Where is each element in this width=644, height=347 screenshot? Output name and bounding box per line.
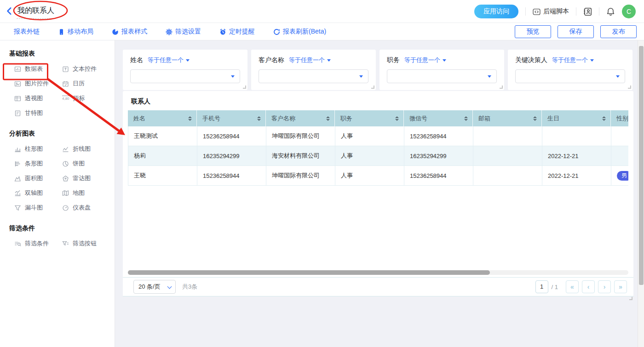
last-page-button[interactable]: » <box>614 280 627 293</box>
sidebar-item-filter-condition[interactable]: 筛选条件 <box>14 239 62 248</box>
column-header-gender[interactable]: 性别 <box>611 110 628 126</box>
cell-gender <box>611 146 628 166</box>
indicator-icon: 4,80 <box>62 96 69 101</box>
toolbar-item-mobile-layout[interactable]: 移动布局 <box>58 28 93 36</box>
sidebar-item-label: 双轴图 <box>25 189 43 197</box>
cell-phone: 16235294299 <box>197 146 266 166</box>
contacts-icon <box>583 7 592 16</box>
filter-value-dropdown[interactable] <box>515 69 625 83</box>
sidebar-item-image-widget[interactable]: 图片控件 <box>14 79 62 88</box>
back-button[interactable] <box>6 7 15 16</box>
sidebar-item-funnel-chart[interactable]: 漏斗图 <box>14 203 62 212</box>
backend-script-label: 后端脚本 <box>543 7 569 16</box>
sidebar-item-filter-button[interactable]: 筛选按钮 <box>62 239 115 248</box>
pie-style-icon <box>112 28 119 35</box>
gear-icon <box>166 28 172 35</box>
next-page-button[interactable]: › <box>598 280 611 293</box>
funnel-icon <box>14 205 21 211</box>
sidebar-item-dual-axis-chart[interactable]: 双轴图 <box>14 188 62 198</box>
vertical-scrollbar-thumb[interactable] <box>639 46 644 285</box>
toolbar-item-external-link[interactable]: 报表外链 <box>14 28 40 36</box>
sidebar-item-data-table[interactable]: 数据表 <box>14 64 62 74</box>
cell-email <box>473 146 542 166</box>
filter-operator-selector[interactable]: 等于任意一个 <box>289 56 331 64</box>
filter-operator-selector[interactable]: 等于任意一个 <box>404 56 446 64</box>
gender-badge: 男 <box>617 171 628 181</box>
sidebar-item-label: 漏斗图 <box>25 204 43 212</box>
prev-page-button[interactable]: ‹ <box>582 280 595 293</box>
sidebar-item-label: 仪表盘 <box>73 204 91 212</box>
column-header-phone[interactable]: 手机号 <box>197 110 266 126</box>
sidebar-item-column-chart[interactable]: 柱形图 <box>14 144 62 154</box>
resize-handle[interactable] <box>243 85 246 89</box>
publish-button[interactable]: 发布 <box>600 25 637 38</box>
column-label: 生日 <box>547 114 559 123</box>
cell-phone: 15236258944 <box>197 166 266 186</box>
filter-widget-name[interactable]: 姓名 等于任意一个 <box>123 50 247 90</box>
avatar[interactable]: C <box>622 5 636 18</box>
page-size-select[interactable]: 20 条/页 <box>133 280 176 294</box>
report-canvas: 姓名 等于任意一个 客户名称 等于任意一个 职务 等于任意一个 关键决 <box>115 40 644 347</box>
column-header-name[interactable]: 姓名 <box>128 110 197 126</box>
cell-birthday: 2022-12-21 <box>542 166 611 186</box>
filter-widget-position[interactable]: 职务 等于任意一个 <box>380 50 504 90</box>
toolbar-item-label: 报表样式 <box>121 28 147 36</box>
area-chart-icon <box>14 175 21 182</box>
map-icon <box>62 190 69 197</box>
data-table-icon <box>14 66 21 73</box>
preview-button[interactable]: 预览 <box>515 25 551 38</box>
resize-handle[interactable] <box>628 85 631 89</box>
resize-handle[interactable] <box>371 85 374 89</box>
contacts-button[interactable] <box>583 7 592 16</box>
caret-down-icon <box>443 59 446 62</box>
column-header-birthday[interactable]: 生日 <box>542 110 611 126</box>
first-page-button[interactable]: « <box>566 280 579 293</box>
sidebar-item-calendar[interactable]: 日历 <box>62 79 115 88</box>
filter-value-dropdown[interactable] <box>130 69 240 83</box>
table-row: 王晓 15236258944 坤曜国际有限公司 人事 15236258944 2… <box>128 166 628 186</box>
cell-position: 人事 <box>335 126 404 146</box>
sidebar-item-map[interactable]: 地图 <box>62 188 115 198</box>
resize-handle[interactable] <box>500 85 503 89</box>
toolbar-item-report-refresh[interactable]: 报表刷新(Beta) <box>273 28 326 36</box>
current-page-input[interactable]: 1 <box>535 280 548 293</box>
horizontal-scrollbar-thumb[interactable] <box>128 270 490 275</box>
save-button[interactable]: 保存 <box>558 25 594 38</box>
filter-button-icon <box>62 240 69 247</box>
filter-operator-selector[interactable]: 等于任意一个 <box>552 56 594 64</box>
sidebar-item-text-widget[interactable]: 文本控件 <box>62 64 115 74</box>
column-header-email[interactable]: 邮箱 <box>473 110 542 126</box>
backend-script-button[interactable]: 后端脚本 <box>533 7 569 16</box>
resize-handle[interactable] <box>629 297 632 300</box>
toolbar-item-filter-settings[interactable]: 筛选设置 <box>166 28 201 36</box>
filter-widget-customer[interactable]: 客户名称 等于任意一个 <box>251 50 376 90</box>
sidebar-item-pie-chart[interactable]: 饼图 <box>62 159 115 168</box>
sidebar-item-bar-chart[interactable]: 条形图 <box>14 159 62 168</box>
sidebar-item-radar-chart[interactable]: 雷达图 <box>62 174 115 183</box>
sidebar-item-gauge[interactable]: 仪表盘 <box>62 203 115 212</box>
app-access-button[interactable]: 应用访问 <box>474 5 518 18</box>
page-title[interactable]: 我的联系人 <box>17 6 54 16</box>
sidebar-item-line-chart[interactable]: 折线图 <box>62 144 115 154</box>
toolbar-item-report-style[interactable]: 报表样式 <box>112 28 147 36</box>
dual-axis-icon <box>14 190 21 197</box>
table-title: 联系人 <box>131 97 150 106</box>
filter-value-dropdown[interactable] <box>387 69 497 83</box>
column-header-customer[interactable]: 客户名称 <box>266 110 335 126</box>
code-icon <box>533 8 540 16</box>
toolbar-item-timed-reminder[interactable]: 定时提醒 <box>219 28 255 36</box>
sort-icon <box>602 116 606 121</box>
data-table-widget[interactable]: 联系人 姓名 手机号 客户名称 职务 微信号 邮箱 生日 性别 王晓测试 152… <box>123 91 633 296</box>
filter-widget-decision-maker[interactable]: 关键决策人 等于任意一个 <box>508 50 632 90</box>
sidebar-item-gantt[interactable]: 甘特图 <box>14 108 62 118</box>
notification-button[interactable] <box>606 7 615 16</box>
sidebar-item-indicator[interactable]: 4,80 指标 <box>62 94 115 103</box>
filter-operator-selector[interactable]: 等于任意一个 <box>148 56 190 64</box>
sidebar-item-pivot[interactable]: 透视图 <box>14 94 62 103</box>
sort-icon <box>326 116 330 121</box>
column-header-position[interactable]: 职务 <box>335 110 404 126</box>
cell-wechat: 16235294299 <box>404 146 473 166</box>
sidebar-item-area-chart[interactable]: 面积图 <box>14 174 62 183</box>
column-header-wechat[interactable]: 微信号 <box>404 110 473 126</box>
filter-value-dropdown[interactable] <box>259 69 368 83</box>
